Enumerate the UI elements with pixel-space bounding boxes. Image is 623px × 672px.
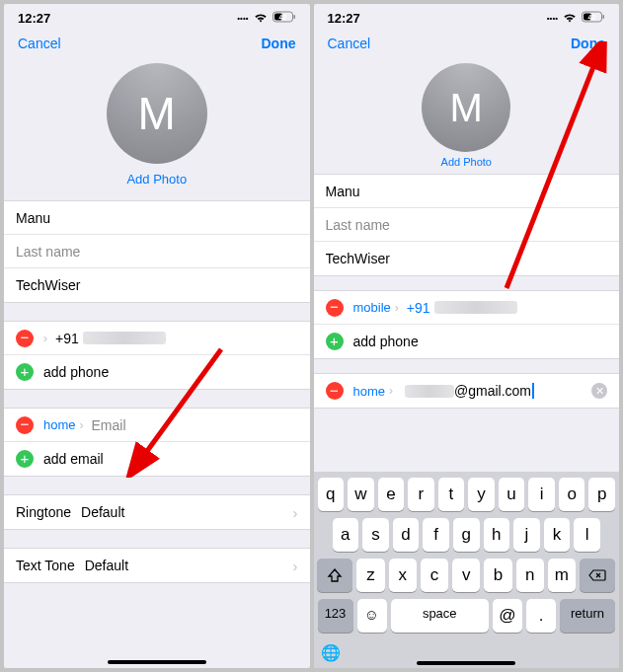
email-section: − home › @gmail.com ✕ <box>314 373 620 409</box>
key-dot[interactable]: . <box>526 599 556 633</box>
key-shift[interactable] <box>317 559 352 592</box>
key-x[interactable]: x <box>389 559 417 592</box>
phone-prefix: +91 <box>407 300 430 316</box>
phone-section: − mobile › +91 + add phone <box>314 290 620 359</box>
company-row[interactable] <box>314 242 620 275</box>
phone-label-button[interactable]: mobile <box>353 300 391 315</box>
wifi-icon <box>254 11 268 26</box>
last-name-input[interactable] <box>326 217 608 233</box>
avatar-letter: M <box>138 87 176 140</box>
add-phone-row[interactable]: + add phone <box>4 355 310 389</box>
status-icons: •••• 42 <box>547 11 605 26</box>
add-phone-row[interactable]: + add phone <box>314 325 620 358</box>
remove-phone-icon[interactable]: − <box>326 299 344 317</box>
ringtone-value: Default <box>81 504 124 520</box>
key-s[interactable]: s <box>362 518 389 552</box>
first-name-input[interactable] <box>326 184 608 199</box>
key-j[interactable]: j <box>513 518 540 552</box>
avatar[interactable]: M <box>107 63 207 164</box>
email-row[interactable]: − home › <box>4 409 310 442</box>
key-t[interactable]: t <box>438 478 465 511</box>
company-row[interactable] <box>4 268 310 302</box>
key-backspace[interactable] <box>580 559 615 592</box>
last-name-input[interactable] <box>16 244 298 260</box>
svg-rect-6 <box>603 15 605 19</box>
phone-number-redacted <box>434 301 517 314</box>
cancel-button[interactable]: Cancel <box>328 36 371 51</box>
done-button[interactable]: Done <box>571 36 605 51</box>
key-u[interactable]: u <box>499 478 525 511</box>
text-tone-row[interactable]: Text Tone Default › <box>4 549 310 582</box>
keyboard: q w e r t y u i o p a s d f g h j k l z … <box>314 472 620 668</box>
battery-icon: 42 <box>582 11 605 26</box>
key-z[interactable]: z <box>356 559 384 592</box>
email-suffix: @gmail.com <box>454 383 531 399</box>
cancel-button[interactable]: Cancel <box>18 36 61 51</box>
home-indicator <box>108 660 206 664</box>
key-k[interactable]: k <box>544 518 571 552</box>
key-d[interactable]: d <box>393 518 420 552</box>
add-email-icon[interactable]: + <box>16 450 34 468</box>
key-h[interactable]: h <box>484 518 510 552</box>
key-v[interactable]: v <box>452 559 480 592</box>
add-phone-icon[interactable]: + <box>16 363 34 381</box>
ringtone-row[interactable]: Ringtone Default › <box>4 495 310 529</box>
key-i[interactable]: i <box>528 478 555 511</box>
name-section <box>4 200 310 303</box>
key-r[interactable]: r <box>408 478 434 511</box>
key-w[interactable]: w <box>348 478 374 511</box>
remove-phone-icon[interactable]: − <box>16 330 34 347</box>
key-numbers[interactable]: 123 <box>318 599 353 633</box>
nav-bar: Cancel Done <box>314 28 620 59</box>
company-input[interactable] <box>326 251 608 266</box>
key-g[interactable]: g <box>453 518 480 552</box>
phone-right: 12:27 •••• 42 Cancel Done M Add Photo − … <box>314 4 620 668</box>
company-input[interactable] <box>16 277 298 293</box>
key-at[interactable]: @ <box>493 599 522 633</box>
key-q[interactable]: q <box>318 478 345 511</box>
avatar[interactable]: M <box>422 63 510 152</box>
done-button[interactable]: Done <box>262 36 296 51</box>
email-input[interactable] <box>92 417 298 433</box>
key-y[interactable]: y <box>468 478 495 511</box>
first-name-row[interactable] <box>314 175 620 208</box>
add-phone-icon[interactable]: + <box>326 333 344 350</box>
key-m[interactable]: m <box>548 559 576 592</box>
key-space[interactable]: space <box>391 599 490 633</box>
phone-row[interactable]: − › +91 <box>4 322 310 355</box>
key-c[interactable]: c <box>421 559 448 592</box>
last-name-row[interactable] <box>4 235 310 268</box>
name-section <box>314 174 620 276</box>
first-name-input[interactable] <box>16 210 298 226</box>
key-l[interactable]: l <box>574 518 600 552</box>
add-photo-button[interactable]: Add Photo <box>441 156 492 168</box>
status-icons: •••• 42 <box>237 11 295 26</box>
text-tone-label: Text Tone <box>16 558 75 573</box>
key-b[interactable]: b <box>484 559 511 592</box>
key-e[interactable]: e <box>378 478 405 511</box>
add-email-row[interactable]: + add email <box>4 442 310 476</box>
key-return[interactable]: return <box>560 599 615 633</box>
remove-email-icon[interactable]: − <box>16 416 34 434</box>
email-row[interactable]: − home › @gmail.com ✕ <box>314 374 620 408</box>
key-f[interactable]: f <box>423 518 449 552</box>
key-o[interactable]: o <box>559 478 585 511</box>
email-section: − home › + add email <box>4 408 310 477</box>
first-name-row[interactable] <box>4 201 310 235</box>
email-label-button[interactable]: home <box>43 417 76 432</box>
nav-bar: Cancel Done <box>4 28 310 59</box>
clear-text-icon[interactable]: ✕ <box>591 383 607 399</box>
phone-row[interactable]: − mobile › +91 <box>314 291 620 325</box>
remove-email-icon[interactable]: − <box>326 382 344 400</box>
ringtone-section: Ringtone Default › <box>4 494 310 530</box>
email-label-button[interactable]: home <box>353 384 386 399</box>
globe-icon[interactable]: 🌐 <box>321 643 341 662</box>
add-photo-button[interactable]: Add Photo <box>126 172 187 187</box>
key-a[interactable]: a <box>333 518 359 552</box>
key-emoji[interactable]: ☺ <box>357 599 387 633</box>
avatar-area: M Add Photo <box>4 59 310 200</box>
key-p[interactable]: p <box>588 478 615 511</box>
last-name-row[interactable] <box>314 208 620 242</box>
key-n[interactable]: n <box>516 559 544 592</box>
avatar-area: M Add Photo <box>314 59 620 174</box>
